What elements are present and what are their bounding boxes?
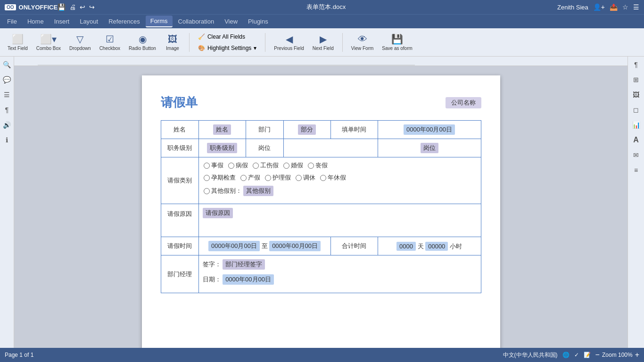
qa-search-btn[interactable]: 🔍 xyxy=(1,59,13,70)
leave-reason-label-cell: 请假原因 xyxy=(161,204,198,237)
redo-btn[interactable]: ↪ xyxy=(89,3,95,11)
position-field-cell[interactable]: 岗位 xyxy=(378,139,481,157)
total-hours-field[interactable]: 00000 xyxy=(425,242,448,251)
menu-view[interactable]: View xyxy=(220,16,242,27)
menu-references[interactable]: References xyxy=(104,16,144,27)
horizontal-ruler xyxy=(14,57,627,66)
radio-wedding-leave[interactable]: 婚假 xyxy=(283,161,303,170)
leave-time-from[interactable]: 0000年00月00日 xyxy=(208,241,260,251)
menu-file[interactable]: File xyxy=(2,16,22,27)
menu-home[interactable]: Home xyxy=(23,16,49,27)
checkbox-btn[interactable]: ☑ Checkbox xyxy=(96,32,124,53)
dropdown-btn[interactable]: ▽ Dropdown xyxy=(66,32,95,53)
menu-insert[interactable]: Insert xyxy=(50,16,74,27)
prev-field-label: Previous Field xyxy=(274,46,304,51)
rp-textar-btn[interactable]: A xyxy=(630,134,642,146)
job-level-field-cell[interactable]: 职务级别 xyxy=(198,139,246,157)
view-form-btn[interactable]: 👁 View Form xyxy=(347,32,378,53)
radio-other-leave[interactable]: 其他假别： 其他假别 xyxy=(204,186,273,196)
fill-time-field-cell[interactable]: 0000年00月00日 xyxy=(378,121,481,139)
total-time-field-cell[interactable]: 0000 天 00000 小时 xyxy=(378,237,481,255)
radio-circle-2 xyxy=(228,163,234,169)
language-label[interactable]: 中文(中华人民共和国) xyxy=(503,351,558,359)
statusbar-left: Page 1 of 1 xyxy=(5,352,33,358)
leave-reason-field-cell[interactable]: 请假原因 xyxy=(198,204,481,237)
radio-button-btn[interactable]: ◉ Radio Button xyxy=(125,32,160,53)
name-field-cell[interactable]: 姓名 xyxy=(198,121,246,139)
prev-field-btn[interactable]: ◀ Previous Field xyxy=(270,32,307,53)
rp-mail-btn[interactable]: ✉ xyxy=(630,149,642,161)
form-title: 请假单 xyxy=(161,94,198,111)
fill-time-field[interactable]: 0000年00月00日 xyxy=(404,124,455,135)
menubar: File Home Insert Layout References Forms… xyxy=(0,14,644,28)
save-oform-btn[interactable]: 💾 Save as oform xyxy=(378,32,416,53)
next-field-btn[interactable]: ▶ Next Field xyxy=(309,32,338,53)
rp-shape-btn[interactable]: ◻ xyxy=(630,104,642,115)
image-btn[interactable]: 🖼 Image xyxy=(161,32,184,53)
other-leave-field[interactable]: 其他假别 xyxy=(243,186,273,196)
menu-layout[interactable]: Layout xyxy=(75,16,103,27)
spell-check-icon[interactable]: ✓ xyxy=(574,352,579,358)
menu-collaboration[interactable]: Collaboration xyxy=(173,16,219,27)
dropdown-label: Dropdown xyxy=(69,46,91,51)
save-btn[interactable]: 💾 xyxy=(58,3,66,11)
position-field[interactable]: 岗位 xyxy=(421,143,438,153)
leave-reason-field[interactable]: 请假原因 xyxy=(203,208,233,218)
dept-field[interactable]: 部分 xyxy=(298,124,316,135)
menu-btn[interactable]: ☰ xyxy=(633,3,639,11)
qa-headings-btn[interactable]: ☰ xyxy=(1,89,13,100)
rp-table-btn[interactable]: ⊞ xyxy=(630,74,642,85)
total-days-field[interactable]: 0000 xyxy=(396,242,416,251)
radio-prenatal-leave[interactable]: 孕期检查 xyxy=(204,173,236,182)
zoom-in-btn[interactable]: + xyxy=(635,351,639,359)
radio-maternity-leave[interactable]: 产假 xyxy=(240,173,260,182)
radio-nursing-leave[interactable]: 护理假 xyxy=(265,173,291,182)
qa-info-btn[interactable]: ℹ xyxy=(1,134,13,146)
upload-btn[interactable]: 📤 xyxy=(610,3,618,11)
radio-rest-leave[interactable]: 调休 xyxy=(296,173,315,182)
rp-chart-btn[interactable]: 📊 xyxy=(630,119,642,131)
menu-forms[interactable]: Forms xyxy=(146,16,173,27)
radio-sick-leave[interactable]: 病假 xyxy=(228,161,248,170)
highlight-settings-btn[interactable]: 🎨 Highlight Settings ▾ xyxy=(194,43,260,53)
qa-comments-btn[interactable]: 💬 xyxy=(1,74,13,85)
clear-all-btn[interactable]: 🧹 Clear All Fields xyxy=(194,32,249,42)
radio-injury-leave[interactable]: 工伤假 xyxy=(253,161,279,170)
add-user-btn[interactable]: 👤+ xyxy=(593,3,605,11)
view-form-icon: 👁 xyxy=(358,34,367,45)
date-field[interactable]: 0000年00月00日 xyxy=(223,274,274,285)
radio-annual-leave[interactable]: 事假 xyxy=(204,161,223,170)
document-container[interactable]: 请假单 公司名称 姓名 姓名 部门 部分 填单时间 0000年 xyxy=(14,66,627,348)
leave-type-6: 孕期检查 xyxy=(211,173,236,182)
name-field[interactable]: 姓名 xyxy=(213,124,231,135)
print-btn[interactable]: 🖨 xyxy=(69,3,76,11)
star-btn[interactable]: ☆ xyxy=(622,3,628,11)
rp-header-btn[interactable]: ≡ xyxy=(630,165,642,176)
dropdown-icon: ▽ xyxy=(76,33,83,45)
text-field-btn[interactable]: ⬜ Text Field xyxy=(4,32,32,53)
leave-type-label-cell: 请假类别 xyxy=(161,157,198,204)
rp-paragraph-btn[interactable]: ¶ xyxy=(630,59,642,70)
qa-speaker-btn[interactable]: 🔊 xyxy=(1,119,13,131)
zoom-out-btn[interactable]: − xyxy=(595,351,600,359)
track-changes-icon[interactable]: 📝 xyxy=(584,352,591,358)
table-row-2: 职务级别 职务级别 岗位 岗位 xyxy=(161,139,481,157)
toolbar-sep-1 xyxy=(189,33,190,52)
radio-annual-vacation[interactable]: 年休假 xyxy=(320,173,346,182)
rp-image-btn[interactable]: 🖼 xyxy=(630,89,642,100)
undo-btn[interactable]: ↩ xyxy=(80,3,85,11)
qa-format-btn[interactable]: ¶ xyxy=(1,104,13,115)
leave-time-to-val[interactable]: 0000年00月00日 xyxy=(269,241,321,251)
job-level-field[interactable]: 职务级别 xyxy=(207,143,237,153)
window-controls-left[interactable]: 💾 🖨 ↩ ↪ xyxy=(58,3,95,11)
highlight-label: Highlight Settings xyxy=(207,45,251,51)
radio-funeral-leave[interactable]: 丧假 xyxy=(308,161,328,170)
leave-time-field-cell[interactable]: 0000年00月00日 至 0000年00月00日 xyxy=(198,237,330,255)
menu-plugins[interactable]: Plugins xyxy=(243,16,273,27)
dept-manager-content-cell: 签字： 部门经理签字 日期： 0000年00月00日 xyxy=(198,255,481,293)
company-name-field[interactable]: 公司名称 xyxy=(446,97,481,108)
dept-field-cell[interactable]: 部分 xyxy=(283,121,330,139)
sign-field[interactable]: 部门经理签字 xyxy=(223,259,265,270)
leave-type-3: 工伤假 xyxy=(260,161,279,170)
combo-box-btn[interactable]: ⬜▾ Combo Box xyxy=(33,32,65,53)
